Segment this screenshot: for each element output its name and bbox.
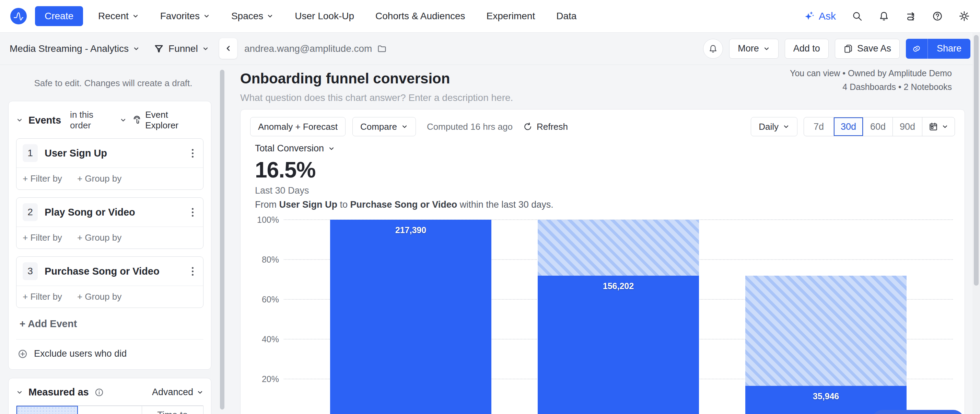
funnel-icon [153, 43, 164, 54]
usage-counts-line[interactable]: 4 Dashboards • 2 Notebooks [790, 80, 952, 94]
bar-value-label: 217,390 [330, 225, 492, 235]
advanced-selector[interactable]: Advanced [152, 387, 204, 398]
range-60d[interactable]: 60d [863, 118, 892, 136]
exclude-users-button[interactable]: Exclude users who did [16, 339, 204, 360]
dropoff-segment[interactable] [745, 275, 907, 386]
add-event-button[interactable]: + Add Event [19, 318, 204, 330]
info-icon[interactable] [94, 388, 104, 397]
add-groupby-button[interactable]: + Group by [77, 291, 121, 302]
range-7d[interactable]: 7d [804, 118, 834, 136]
chevron-down-icon [267, 13, 274, 19]
event-options-kebab[interactable] [188, 265, 197, 278]
y-tick-80: 80% [262, 255, 279, 265]
refresh-button[interactable]: Refresh [523, 121, 568, 132]
measure-tab-over-time[interactable]: Over Time [78, 406, 142, 414]
more-button[interactable]: More [729, 39, 779, 59]
nav-item-label: Experiment [487, 11, 535, 22]
measure-tab-time-to-convert[interactable]: Time to Convert [142, 406, 204, 414]
measure-tabs: ConversionOver TimeTime to ConvertFreque… [16, 405, 204, 414]
add-groupby-button[interactable]: + Group by [77, 232, 121, 243]
save-as-button[interactable]: Save As [835, 39, 900, 59]
bar-value-label: 35,946 [745, 391, 907, 401]
add-groupby-button[interactable]: + Group by [77, 174, 121, 184]
add-filter-button[interactable]: + Filter by [23, 232, 62, 243]
nav-item-user-look-up[interactable]: User Look-Up [295, 11, 354, 22]
page-scrollbar-thumb[interactable] [974, 35, 978, 286]
copy-link-button[interactable] [906, 39, 928, 59]
chevron-left-icon [224, 44, 232, 53]
event-order-selector[interactable]: in this order [70, 110, 127, 131]
interval-label: Daily [759, 121, 779, 132]
funnel-bar-play-song-or-video[interactable]: 156,202 [538, 220, 699, 414]
event-explorer-button[interactable]: Event Explorer [132, 110, 204, 131]
dropoff-segment[interactable] [538, 220, 699, 275]
events-card: Events in this order Event Explorer 1Use… [8, 101, 212, 370]
measure-tab-conversion[interactable]: Conversion [16, 406, 78, 414]
converted-segment[interactable] [330, 220, 492, 414]
nav-item-spaces[interactable]: Spaces [231, 11, 274, 22]
nav-item-favorites[interactable]: Favorites [160, 11, 210, 22]
event-item-purchase-song-or-video[interactable]: 3Purchase Song or Video+ Filter by+ Grou… [16, 256, 204, 308]
nav-item-cohorts-audiences[interactable]: Cohorts & Audiences [375, 11, 465, 22]
compare-label: Compare [360, 121, 397, 132]
metric-summary: Total Conversion 16.5% Last 30 Days From… [255, 143, 955, 210]
create-button[interactable]: Create [35, 6, 83, 26]
add-to-button[interactable]: Add to [785, 39, 829, 59]
custom-date-range-button[interactable] [922, 118, 955, 136]
pathfinder-icon[interactable] [905, 11, 916, 22]
project-selector[interactable]: Media Streaming - Analytics [10, 43, 140, 54]
add-filter-button[interactable]: + Filter by [23, 174, 62, 184]
event-item-play-song-or-video[interactable]: 2Play Song or Video+ Filter by+ Group by [16, 197, 204, 249]
compare-button[interactable]: Compare [352, 117, 416, 136]
ownership-line: You can view • Owned by Amplitude Demo [790, 66, 952, 80]
page-scrollbar-track[interactable] [972, 33, 980, 414]
nav-item-label: Recent [98, 11, 129, 22]
notifications-icon[interactable] [878, 11, 889, 22]
metric-type-selector[interactable]: Total Conversion [255, 143, 955, 154]
share-split-button[interactable]: Share [906, 39, 970, 59]
sidebar-scrollbar[interactable] [220, 70, 224, 409]
floating-action-pill[interactable] [872, 410, 964, 414]
chart-panel: Anomaly + Forecast Compare Computed 16 h… [240, 109, 965, 414]
nav-item-recent[interactable]: Recent [98, 11, 139, 22]
nav-item-label: Favorites [160, 11, 200, 22]
event-options-kebab[interactable] [188, 147, 197, 160]
help-icon[interactable] [932, 11, 943, 22]
add-to-label: Add to [793, 43, 820, 54]
funnel-bar-purchase-song-or-video[interactable]: 35,946 [745, 220, 907, 414]
folder-icon [377, 44, 387, 54]
collapse-sidebar-button[interactable] [219, 38, 237, 59]
event-step-number: 2 [23, 203, 38, 221]
amplitude-logo[interactable] [10, 8, 27, 24]
nav-item-data[interactable]: Data [556, 11, 576, 22]
share-label-text: Share [937, 43, 961, 54]
measured-as-card: Measured as Advanced ConversionOver Time… [8, 378, 212, 414]
event-step-number: 3 [23, 262, 38, 280]
event-item-user-sign-up[interactable]: 1User Sign Up+ Filter by+ Group by [16, 139, 204, 190]
range-90d[interactable]: 90d [892, 118, 922, 136]
collapse-events-icon[interactable] [16, 117, 23, 124]
event-name[interactable]: Purchase Song or Video [45, 266, 159, 277]
event-name[interactable]: User Sign Up [45, 148, 107, 159]
range-30d[interactable]: 30d [834, 118, 863, 136]
link-icon [912, 44, 921, 54]
share-button[interactable]: Share [928, 39, 970, 59]
collapse-measured-icon[interactable] [16, 389, 23, 396]
interval-selector[interactable]: Daily [751, 117, 797, 136]
settings-gear-icon[interactable] [959, 11, 970, 22]
event-options-kebab[interactable] [188, 206, 197, 219]
bar-value-label: 156,202 [538, 281, 699, 291]
nav-item-experiment[interactable]: Experiment [487, 11, 535, 22]
converted-segment[interactable] [538, 275, 699, 414]
ask-ai-button[interactable]: Ask [803, 10, 836, 22]
search-icon[interactable] [852, 11, 863, 22]
chevron-down-icon [120, 117, 127, 124]
anomaly-forecast-button[interactable]: Anomaly + Forecast [250, 117, 345, 136]
funnel-bar-user-sign-up[interactable]: 217,390 [330, 220, 492, 414]
description-placeholder[interactable]: What question does this chart answer? En… [240, 92, 968, 104]
event-name[interactable]: Play Song or Video [45, 207, 135, 218]
add-filter-button[interactable]: + Filter by [23, 291, 62, 302]
chart-notifications-button[interactable] [703, 39, 723, 59]
chart-type-selector[interactable]: Funnel [153, 43, 209, 54]
breadcrumb[interactable]: andrea.wang@amplitude.com [244, 33, 387, 65]
